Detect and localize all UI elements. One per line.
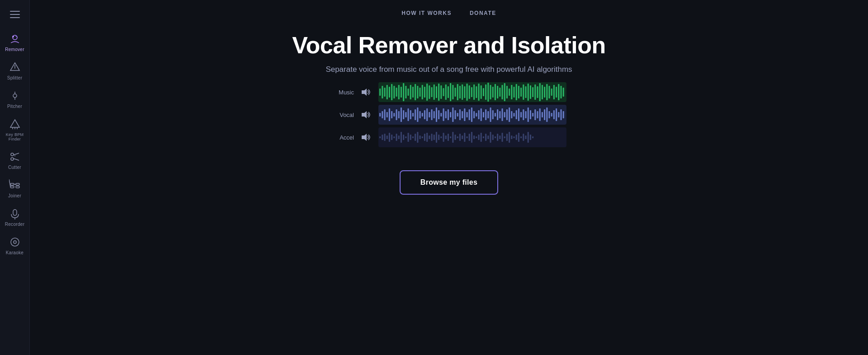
svg-rect-80 [501, 85, 503, 99]
nav-how-it-works[interactable]: HOW IT WORKS [401, 8, 452, 18]
music-speaker-control[interactable] [359, 88, 373, 96]
sidebar-item-joiner[interactable]: Joiner [0, 174, 30, 203]
svg-rect-161 [504, 112, 505, 117]
svg-rect-232 [483, 136, 484, 138]
svg-rect-23 [13, 210, 17, 215]
svg-rect-154 [487, 111, 489, 118]
svg-rect-67 [471, 87, 472, 97]
sidebar-item-keybpm[interactable]: Key BPMFinder [0, 113, 30, 146]
svg-rect-65 [466, 84, 467, 101]
svg-rect-235 [490, 132, 491, 143]
sidebar-item-remover[interactable]: Remover [0, 28, 30, 56]
svg-rect-85 [513, 87, 514, 98]
svg-rect-115 [396, 109, 397, 120]
svg-rect-17 [10, 183, 14, 185]
svg-rect-151 [481, 108, 482, 121]
svg-rect-30 [384, 88, 385, 97]
svg-point-12 [11, 153, 14, 156]
svg-rect-102 [553, 85, 555, 99]
svg-rect-180 [548, 111, 550, 118]
nav-donate[interactable]: DONATE [470, 8, 496, 18]
svg-rect-230 [478, 135, 479, 140]
sidebar-item-karaoke[interactable]: Karaoke [0, 231, 30, 260]
svg-rect-31 [387, 85, 388, 99]
svg-rect-163 [509, 107, 510, 122]
svg-rect-89 [523, 84, 524, 100]
svg-rect-36 [398, 85, 400, 99]
sidebar-item-splitter[interactable]: Splitter [0, 56, 30, 85]
svg-rect-75 [490, 85, 491, 99]
menu-button[interactable] [5, 5, 25, 23]
svg-rect-92 [530, 85, 531, 99]
svg-rect-214 [440, 136, 442, 138]
accent-track-row: Accel [331, 127, 566, 147]
remover-icon [9, 33, 21, 45]
svg-rect-253 [532, 136, 533, 138]
svg-rect-50 [431, 87, 432, 97]
svg-rect-191 [387, 135, 388, 139]
sidebar-item-cutter[interactable]: Cutter [0, 146, 30, 174]
svg-rect-58 [450, 83, 451, 101]
svg-rect-69 [476, 86, 477, 98]
svg-rect-141 [457, 113, 458, 117]
vocal-track-label: Vocal [331, 112, 354, 118]
svg-rect-18 [16, 183, 19, 185]
svg-rect-249 [523, 134, 524, 141]
svg-rect-194 [393, 136, 395, 138]
music-track-row: Music [331, 82, 566, 102]
svg-point-13 [11, 158, 14, 160]
vocal-speaker-control[interactable] [359, 111, 373, 119]
svg-rect-175 [537, 111, 538, 118]
svg-rect-226 [469, 134, 470, 141]
svg-rect-28 [379, 89, 381, 96]
svg-rect-95 [537, 86, 538, 98]
svg-rect-129 [429, 112, 430, 117]
svg-rect-116 [398, 111, 400, 118]
svg-rect-251 [528, 132, 529, 143]
cutter-icon [9, 150, 21, 163]
splitter-icon [9, 61, 21, 74]
svg-point-26 [14, 241, 16, 243]
svg-rect-48 [426, 84, 428, 101]
svg-rect-103 [556, 87, 557, 98]
svg-rect-252 [530, 135, 531, 140]
svg-rect-53 [438, 84, 439, 101]
svg-point-2 [15, 36, 17, 37]
svg-rect-199 [405, 136, 406, 138]
svg-rect-39 [405, 86, 406, 98]
svg-rect-137 [448, 109, 449, 120]
svg-rect-136 [445, 111, 447, 118]
svg-rect-183 [556, 108, 557, 121]
svg-rect-197 [401, 132, 402, 143]
svg-line-14 [14, 153, 19, 155]
svg-rect-111 [387, 112, 388, 117]
sidebar-item-recorder[interactable]: Recorder [0, 203, 30, 231]
svg-rect-196 [398, 135, 400, 139]
sidebar-item-pitcher[interactable]: Pitcher [0, 85, 30, 113]
svg-rect-244 [511, 135, 512, 139]
svg-rect-220 [454, 135, 456, 140]
svg-rect-62 [459, 86, 461, 98]
svg-rect-242 [506, 134, 508, 141]
svg-rect-134 [440, 113, 442, 117]
svg-rect-184 [558, 112, 559, 117]
svg-rect-228 [473, 135, 475, 139]
svg-rect-54 [440, 85, 442, 99]
svg-rect-135 [443, 108, 444, 121]
svg-rect-42 [412, 87, 414, 98]
svg-rect-150 [478, 110, 479, 119]
svg-rect-192 [389, 133, 390, 142]
svg-rect-217 [448, 134, 449, 141]
sidebar-item-pitcher-label: Pitcher [7, 104, 22, 109]
svg-rect-86 [516, 84, 517, 100]
vocal-track-row: Vocal [331, 105, 566, 125]
svg-rect-76 [492, 87, 494, 98]
sidebar-item-cutter-label: Cutter [8, 165, 21, 170]
svg-rect-117 [401, 107, 402, 122]
browse-files-button[interactable]: Browse my files [400, 170, 498, 195]
svg-rect-131 [434, 111, 435, 118]
svg-rect-159 [499, 111, 500, 118]
accent-speaker-control[interactable] [359, 133, 373, 141]
svg-rect-96 [539, 83, 541, 101]
svg-rect-239 [499, 135, 500, 139]
